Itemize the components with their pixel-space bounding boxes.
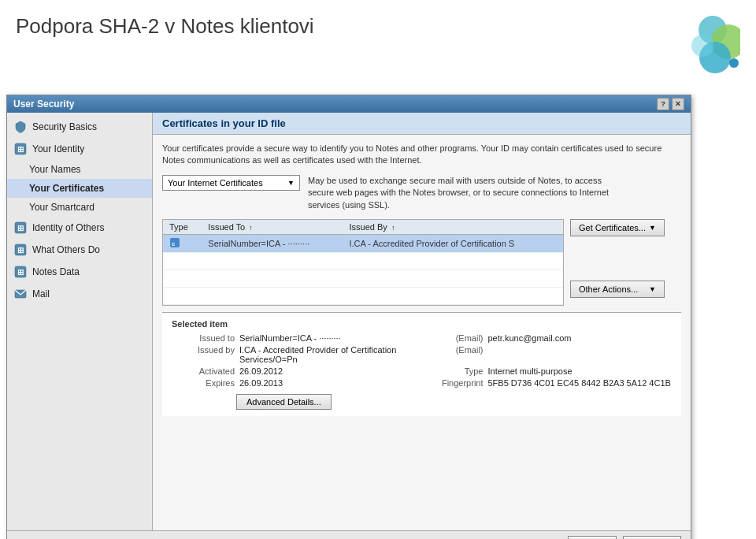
cert-type-icon: c (169, 237, 180, 248)
sort-arrow-issued-to: ↑ (249, 224, 253, 232)
get-cert-dropdown-arrow: ▼ (649, 224, 656, 232)
email-value-1: petr.kunc@gmail.com (488, 333, 673, 343)
sidebar-item-identity-of-others[interactable]: ⊞ Identity of Others (7, 217, 152, 239)
dialog-titlebar: User Security ? ✕ (7, 95, 691, 113)
selected-item-grid: Issued to SerialNumber=ICA - ········· (… (172, 333, 672, 388)
col-type-label: Type (169, 222, 188, 232)
cert-issued-by-cell: I.CA - Accredited Provider of Certificat… (343, 234, 564, 252)
other-actions-label: Other Actions... (579, 284, 638, 294)
dialog-footer: OK Close (7, 530, 691, 539)
sidebar-item-your-smartcard-label: Your Smartcard (29, 202, 94, 213)
get-certificates-button[interactable]: Get Certificates... ▼ (570, 219, 665, 236)
certificate-table: Type Issued To ↑ Issued By ↑ (163, 220, 563, 305)
titlebar-buttons: ? ✕ (657, 98, 684, 110)
col-issued-to-label: Issued To (208, 222, 245, 232)
table-row-empty-1 (163, 252, 563, 270)
cert-type-cell: c (163, 234, 202, 252)
expires-value: 26.09.2013 (239, 378, 424, 388)
certificate-table-wrapper: Type Issued To ↑ Issued By ↑ (162, 219, 564, 306)
sidebar-item-identity-of-others-label: Identity of Others (32, 222, 104, 233)
header: Podpora SHA-2 v Notes klientovi (0, 0, 756, 85)
selected-item-area: Selected item Issued to SerialNumber=ICA… (162, 312, 681, 416)
sidebar-item-your-certificates[interactable]: Your Certificates (7, 179, 152, 198)
user-security-dialog: User Security ? ✕ Security Basics ⊞ Your… (6, 95, 691, 539)
cert-type-dropdown[interactable]: Your Internet Certificates ▼ (162, 175, 300, 191)
dialog-body: Security Basics ⊞ Your Identity Your Nam… (7, 113, 691, 530)
cert-issued-to-cell: SerialNumber=ICA - ········· (202, 234, 343, 252)
table-row-empty-3 (163, 287, 563, 304)
get-certificates-label: Get Certificates... (579, 223, 646, 232)
table-area: Type Issued To ↑ Issued By ↑ (162, 219, 681, 309)
help-button[interactable]: ? (657, 98, 669, 110)
email-label-1: (Email) (428, 333, 484, 343)
expand-icon-identity-others: ⊞ (13, 221, 28, 235)
issued-to-value: SerialNumber=ICA - ········· (239, 333, 424, 343)
activated-value: 26.09.2012 (239, 366, 424, 376)
table-row[interactable]: c SerialNumber=ICA - ········· I.CA - Ac… (163, 234, 563, 252)
sidebar-item-your-identity[interactable]: ⊞ Your Identity (7, 138, 152, 160)
sidebar-item-mail[interactable]: Mail (7, 283, 152, 305)
page-title: Podpora SHA-2 v Notes klientovi (16, 14, 314, 39)
logo-area (646, 14, 740, 77)
cert-type-row: Your Internet Certificates ▼ May be used… (162, 175, 681, 211)
issued-by-label: Issued by (172, 345, 235, 364)
expires-label: Expires (172, 378, 235, 388)
svg-text:⊞: ⊞ (17, 145, 24, 154)
content-panel: Certificates in your ID file Your certif… (153, 113, 691, 530)
svg-text:c: c (172, 240, 176, 247)
type-value: Internet multi-purpose (488, 366, 673, 376)
col-issued-by-label: Issued By (350, 222, 387, 232)
close-button[interactable]: Close (623, 536, 681, 539)
activated-label: Activated (172, 366, 235, 376)
sidebar-item-security-basics-label: Security Basics (32, 121, 97, 132)
issued-by-value: I.CA - Accredited Provider of Certificat… (239, 345, 424, 364)
sidebar-item-what-others-do-label: What Others Do (32, 244, 100, 255)
type-label: Type (428, 366, 484, 376)
col-issued-by[interactable]: Issued By ↑ (343, 220, 564, 235)
expand-icon-notes-data: ⊞ (13, 265, 28, 279)
logo-icon (646, 14, 740, 77)
svg-point-4 (691, 35, 713, 57)
sidebar: Security Basics ⊞ Your Identity Your Nam… (7, 113, 153, 530)
sidebar-item-your-names-label: Your Names (29, 164, 81, 175)
sidebar-item-your-identity-label: Your Identity (32, 143, 84, 154)
other-actions-dropdown-arrow: ▼ (649, 285, 656, 293)
dialog-title: User Security (13, 99, 74, 110)
sidebar-item-mail-label: Mail (32, 288, 50, 299)
svg-text:⊞: ⊞ (17, 246, 24, 255)
advanced-details-button[interactable]: Advanced Details... (236, 394, 332, 410)
sidebar-item-security-basics[interactable]: Security Basics (7, 116, 152, 138)
col-issued-to[interactable]: Issued To ↑ (202, 220, 343, 235)
svg-text:⊞: ⊞ (17, 268, 24, 277)
email-label-2: (Email) (428, 345, 484, 364)
expand-icon-others-do: ⊞ (13, 243, 28, 257)
email-value-2 (488, 345, 673, 364)
issued-to-label: Issued to (172, 333, 235, 343)
col-type[interactable]: Type (163, 220, 202, 235)
sidebar-item-notes-data[interactable]: ⊞ Notes Data (7, 261, 152, 283)
expand-icon-identity: ⊞ (13, 142, 28, 156)
table-row-empty-2 (163, 270, 563, 287)
sidebar-item-notes-data-label: Notes Data (32, 266, 80, 277)
description-text: Your certificates provide a secure way t… (162, 143, 681, 167)
sidebar-item-your-certificates-label: Your Certificates (29, 183, 104, 194)
close-window-button[interactable]: ✕ (672, 98, 684, 110)
section-title: Certificates in your ID file (153, 113, 691, 135)
mail-icon (13, 287, 28, 301)
other-actions-button[interactable]: Other Actions... ▼ (570, 281, 665, 298)
cert-type-description: May be used to exchange secure mail with… (308, 175, 623, 211)
advanced-details-label: Advanced Details... (246, 397, 321, 407)
sidebar-item-your-smartcard[interactable]: Your Smartcard (7, 198, 152, 217)
table-action-buttons: Get Certificates... ▼ Other Actions... ▼ (570, 219, 665, 298)
fingerprint-value: 5FB5 D736 4C01 EC45 8442 B2A3 5A12 4C1B (488, 378, 673, 388)
svg-point-3 (729, 58, 739, 68)
sort-arrow-issued-by: ↑ (391, 224, 395, 232)
shield-icon (13, 120, 28, 134)
sidebar-item-your-names[interactable]: Your Names (7, 160, 152, 179)
cert-dropdown-value: Your Internet Certificates (168, 178, 263, 188)
dropdown-arrow-icon: ▼ (287, 179, 295, 187)
content-inner: Your certificates provide a secure way t… (153, 135, 691, 424)
ok-button[interactable]: OK (568, 536, 617, 539)
sidebar-item-what-others-do[interactable]: ⊞ What Others Do (7, 239, 152, 261)
selected-item-label: Selected item (172, 319, 672, 329)
